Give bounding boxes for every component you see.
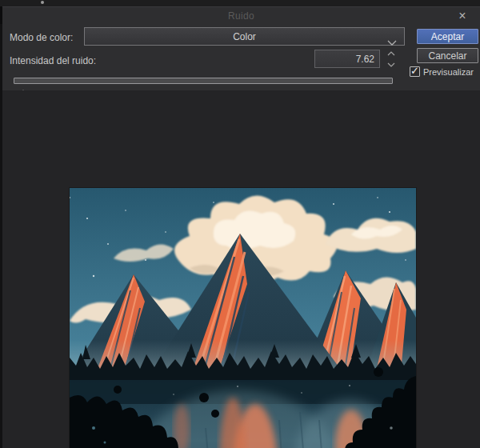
cancel-button[interactable]: Cancelar [417, 48, 478, 63]
color-mode-value: Color [233, 31, 256, 42]
canvas-area: M [2, 90, 480, 448]
accept-button[interactable]: Aceptar [417, 29, 478, 44]
chevron-up-icon[interactable] [387, 51, 395, 56]
color-mode-dropdown[interactable]: Color [84, 27, 405, 46]
chevron-down-icon [387, 34, 397, 49]
chevron-down-icon[interactable] [387, 62, 395, 67]
mountain-landscape-art [70, 188, 416, 448]
intensity-input[interactable] [314, 50, 380, 68]
preview-checkbox-label: Previsualizar [423, 67, 474, 77]
noise-dialog: Ruido × Modo de color: Color Intensidad … [2, 6, 480, 90]
dialog-title: Ruido [2, 10, 480, 22]
preview-checkbox-row[interactable]: ✓ Previsualizar [410, 66, 474, 77]
intensity-label: Intensidad del ruido: [10, 55, 96, 66]
color-mode-label: Modo de color: [10, 32, 73, 43]
checkmark-icon: ✓ [410, 65, 419, 77]
preview-image [70, 188, 416, 448]
window-drag-dot [41, 1, 44, 4]
app-top-strip [0, 0, 480, 6]
intensity-stepper[interactable] [386, 51, 397, 67]
preview-checkbox[interactable]: ✓ [410, 66, 420, 77]
close-icon[interactable]: × [455, 9, 470, 23]
intensity-slider[interactable] [14, 78, 393, 84]
